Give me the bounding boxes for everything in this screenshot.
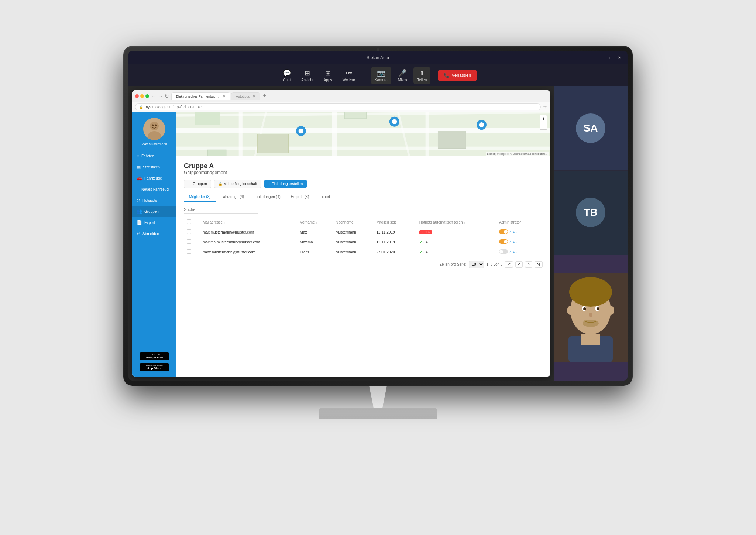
svg-point-4 <box>155 125 157 126</box>
forward-button[interactable]: → <box>158 93 163 99</box>
zoom-in[interactable]: + <box>540 115 547 122</box>
col-nachname[interactable]: Nachname ↑ <box>333 217 373 227</box>
ansicht-button[interactable]: ⊞ Ansicht <box>298 67 317 84</box>
apps-button[interactable]: ⊞ Apps <box>320 67 336 84</box>
zoom-out[interactable]: − <box>540 122 547 129</box>
minimize-btn[interactable]: — <box>599 55 604 60</box>
group-title: Gruppe A <box>184 162 543 170</box>
address-field[interactable]: 🔒 my.autologg.com/trips/edition/table <box>135 103 541 110</box>
weitere-button[interactable]: ••• Weitere <box>339 67 359 84</box>
tab-fahrzeuge[interactable]: Fahrzeuge (4) <box>216 192 249 202</box>
rows-select[interactable]: 10 25 50 <box>469 261 484 268</box>
teams-toolbar: 💬 Chat ⊞ Ansicht ⊞ Apps ••• Weitere <box>128 64 628 86</box>
sidebar-item-statistiken[interactable]: ▦ Statistiken <box>132 161 176 173</box>
sidebar-item-abmelden[interactable]: ↩ Abmelden <box>132 228 176 239</box>
chat-label: Chat <box>283 78 291 82</box>
sidebar-item-fahrten[interactable]: ≡ Fahrten <box>132 150 176 161</box>
col-vorname[interactable]: Vorname ↑ <box>297 217 333 227</box>
map-attribution: Leaflet | © MapTiler © OpenStreetMap con… <box>486 152 549 156</box>
browser-dots <box>135 94 149 98</box>
min-dot <box>140 94 144 98</box>
row2-admin: ✓ JA <box>496 237 543 247</box>
svg-point-35 <box>608 306 614 315</box>
toggle-3[interactable]: ✓ JA <box>499 249 516 254</box>
neues-label: Neues Fahrzeug <box>141 187 169 191</box>
col-datum[interactable]: Mitglied seit ↑ <box>373 217 416 227</box>
verlassen-button[interactable]: 📞 Verlassen <box>438 70 477 81</box>
tab-fahrtenbuch[interactable]: Elektronisches Fahrtenbuch •... ✕ <box>171 92 230 100</box>
row1-admin: ✓ JA <box>496 227 543 237</box>
next-page-btn[interactable]: > <box>525 261 532 268</box>
sidebar-item-gruppen[interactable]: 👥 Gruppen <box>132 206 176 217</box>
google-play-badge[interactable]: GET IT ON Google Play <box>140 352 169 360</box>
sidebar-item-hotspots[interactable]: ◎ Hotspots <box>132 195 176 206</box>
svg-point-24 <box>479 122 484 127</box>
last-page-btn[interactable]: >| <box>535 261 543 268</box>
map-area: + − Leaflet | © MapTiler © OpenStreetMap… <box>176 112 550 156</box>
sidebar-item-neues-fahrzeug[interactable]: + Neues Fahrzeug <box>132 184 176 195</box>
tab-autologg[interactable]: AutoLogg ✕ <box>231 92 260 100</box>
kamera-button[interactable]: 📷 Kamera <box>371 67 391 84</box>
statistiken-icon: ▦ <box>137 164 141 170</box>
row3-hotpots: ✓ JA <box>416 247 496 257</box>
tab-hotpots[interactable]: Hotpots (8) <box>286 192 314 202</box>
einladung-button[interactable]: + Einladung erstellen <box>264 180 307 188</box>
app-layout: Max Mustermann ≡ Fahrten ▦ Statistiken <box>132 112 550 377</box>
row2-check[interactable] <box>184 237 200 247</box>
reload-button[interactable]: ↻ <box>165 93 169 99</box>
maximize-btn[interactable]: □ <box>609 55 612 60</box>
tab-einladungen[interactable]: Einladungen (4) <box>249 192 286 202</box>
row2-hotpots: ✓ JA <box>416 237 496 247</box>
map-canvas <box>176 112 550 156</box>
verlassen-label: Verlassen <box>451 73 471 78</box>
back-button[interactable]: ← <box>151 93 157 99</box>
teilen-button[interactable]: ⬆ Teilen <box>413 67 430 84</box>
tab-export[interactable]: Export <box>314 192 335 202</box>
tab-close-1[interactable]: ✕ <box>223 94 226 98</box>
svg-point-31 <box>597 307 599 310</box>
row3-datum: 27.01.2020 <box>373 247 416 257</box>
admin-yes-2: ✓ JA <box>509 240 516 243</box>
stand-neck <box>356 386 400 408</box>
prev-page-btn[interactable]: < <box>515 261 523 268</box>
toggle-2[interactable]: ✓ JA <box>499 239 516 244</box>
row3-check[interactable] <box>184 247 200 257</box>
mitgliedschaft-button[interactable]: 🔒 Meine Mitgliedschaft <box>214 180 261 188</box>
export-icon: 📄 <box>137 220 142 225</box>
sidebar-item-fahrzeuge[interactable]: 🚗 Fahrzeuge <box>132 173 176 184</box>
main-content: ← → ↻ Elektronisches Fahrtenbuch •... ✕ <box>128 86 628 381</box>
teilen-icon: ⬆ <box>419 69 425 77</box>
gruppen-button[interactable]: ← Gruppen <box>184 180 211 188</box>
bookmark-icon[interactable]: ☆ <box>543 105 547 110</box>
app-store-badge[interactable]: Download on the App Store <box>140 363 169 371</box>
close-btn[interactable]: ✕ <box>618 55 622 60</box>
tab-mitglieder[interactable]: Mitglieder (3) <box>184 192 216 202</box>
content-tabs: Mitglieder (3) Fahrzeuge (4) Einladungen… <box>184 192 543 202</box>
admin-yes-3: ✓ JA <box>509 250 516 253</box>
new-tab-btn[interactable]: + <box>261 92 268 100</box>
chat-button[interactable]: 💬 Chat <box>279 67 295 84</box>
col-email[interactable]: Mailadresse ↑ <box>200 217 297 227</box>
first-page-btn[interactable]: |< <box>505 261 513 268</box>
sidebar-item-export[interactable]: 📄 Export <box>132 217 176 228</box>
teilen-label: Teilen <box>417 78 427 82</box>
row3-nachname: Mustermann <box>333 247 373 257</box>
browser-tabs: Elektronisches Fahrtenbuch •... ✕ AutoLo… <box>171 92 547 100</box>
col-admin[interactable]: Administrator ↑ <box>496 217 543 227</box>
toggle-1[interactable]: ✓ JA <box>499 229 516 234</box>
check-icon-2: ✓ <box>419 240 423 244</box>
mikro-button[interactable]: 🎤 Mikro <box>394 67 410 84</box>
participant-tb-avatar: TB <box>576 198 605 227</box>
gruppen-label: Gruppen <box>144 209 159 214</box>
url-text: my.autologg.com/trips/edition/table <box>145 105 202 109</box>
apps-label: Apps <box>324 78 332 82</box>
participant-face-svg <box>554 273 628 362</box>
col-hotpots[interactable]: Hotpots automatisch teilen ↑ <box>416 217 496 227</box>
svg-rect-16 <box>344 112 366 119</box>
search-input[interactable] <box>184 206 258 214</box>
row1-check[interactable] <box>184 227 200 237</box>
tab-close-2[interactable]: ✕ <box>252 94 255 98</box>
svg-rect-18 <box>207 150 226 156</box>
table-row: maxima.mustermann@muster.com Maxima Must… <box>184 237 543 247</box>
participant-tb-panel: TB <box>554 171 628 254</box>
